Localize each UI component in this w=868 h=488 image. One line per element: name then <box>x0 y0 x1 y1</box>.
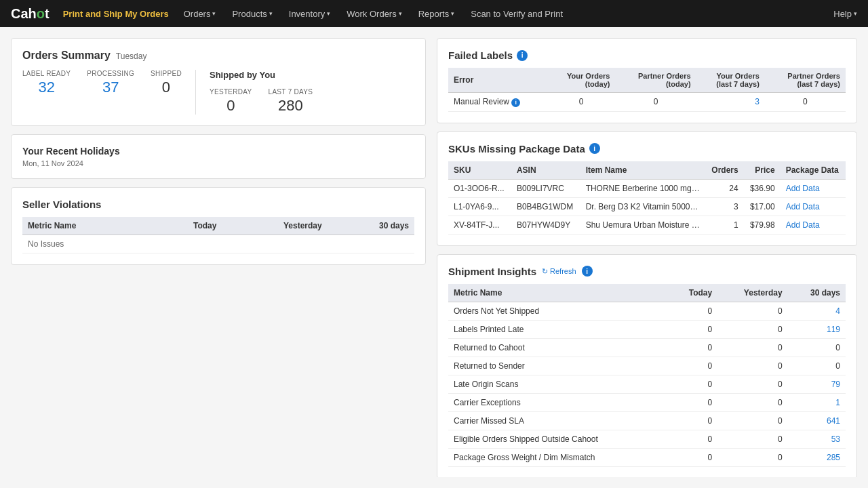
sku-cell: O1-3OO6-R... <box>448 179 511 197</box>
col-partner-orders-7: Partner Orders(last 7 days) <box>765 68 846 93</box>
logo: Cahot <box>11 6 50 22</box>
shipped-metrics: YESTERDAY 0 LAST 7 DAYS 280 <box>210 88 313 115</box>
info-icon[interactable]: i <box>517 50 528 61</box>
today-cell: 0 <box>669 448 717 466</box>
refresh-button[interactable]: ↻ Refresh <box>542 267 576 276</box>
days30-cell[interactable]: 53 <box>788 430 846 448</box>
chevron-down-icon: ▾ <box>212 10 216 17</box>
info-icon[interactable]: i <box>582 266 593 277</box>
failed-labels-card: Failed Labels i Error Your Orders(today)… <box>437 38 857 123</box>
days30-link[interactable]: 641 <box>827 416 840 426</box>
asin-cell: B009LI7VRC <box>511 179 580 197</box>
table-row: Package Gross Weight / Dim Mismatch 0 0 … <box>448 448 846 466</box>
left-panel: Orders Summary Tuesday LABEL READY 32 PR… <box>11 38 434 477</box>
yesterday-cell: 0 <box>717 357 787 375</box>
yesterday-cell: 0 <box>717 375 787 393</box>
add-data-link[interactable]: Add Data <box>781 179 846 197</box>
nav-item-reports[interactable]: Reports ▾ <box>412 9 462 19</box>
orders-metrics-section: LABEL READY 32 PROCESSING 37 SHIPPED 0 <box>22 70 182 115</box>
nav-item-scan-verify[interactable]: Scan to Verify and Print <box>464 9 570 19</box>
col-item-name: Item Name <box>580 161 705 180</box>
nav-item-inventory[interactable]: Inventory ▾ <box>282 9 337 19</box>
sku-cell: L1-0YA6-9... <box>448 197 511 216</box>
holidays-title: Your Recent Holidays <box>22 146 414 157</box>
orders-summary-grid: LABEL READY 32 PROCESSING 37 SHIPPED 0 <box>22 70 414 115</box>
logo-o: o <box>37 6 45 21</box>
today-cell: 0 <box>669 338 717 357</box>
days30-link[interactable]: 79 <box>831 380 840 389</box>
days30-cell: 0 <box>788 338 846 357</box>
price-cell: $36.90 <box>744 179 781 197</box>
orders-cell: 24 <box>705 179 744 197</box>
days30-cell[interactable]: 4 <box>788 302 846 320</box>
col-sku: SKU <box>448 161 511 180</box>
days30-cell[interactable]: 1 <box>788 393 846 411</box>
col-asin: ASIN <box>511 161 580 180</box>
days30-link[interactable]: 53 <box>831 434 840 444</box>
asin-cell: B0B4BG1WDM <box>511 197 580 216</box>
price-cell: $17.00 <box>744 197 781 216</box>
chevron-down-icon: ▾ <box>399 10 402 17</box>
table-row: No Issues <box>22 235 414 253</box>
today-cell: 0 <box>669 430 717 448</box>
metric-name-cell: Eligible Orders Shipped Outside Cahoot <box>448 430 669 448</box>
col-your-orders-7: Your Orders(last 7 days) <box>696 68 765 93</box>
days30-link[interactable]: 285 <box>827 453 840 462</box>
table-row: Labels Printed Late 0 0 119 <box>448 320 846 338</box>
item-name-cell: Shu Uemura Urban Moisture Shampoo 3... <box>580 216 705 234</box>
days30-cell[interactable]: 285 <box>788 448 846 466</box>
skus-missing-card: SKUs Missing Package Data i SKU ASIN Ite… <box>437 131 857 246</box>
days30-cell[interactable]: 119 <box>788 320 846 338</box>
days30-cell[interactable]: 79 <box>788 375 846 393</box>
nav-item-orders[interactable]: Orders ▾ <box>177 9 223 19</box>
metric-name-cell: Late Origin Scans <box>448 375 669 393</box>
table-row: Late Origin Scans 0 0 79 <box>448 375 846 393</box>
orders-metrics: LABEL READY 32 PROCESSING 37 SHIPPED 0 <box>22 70 182 96</box>
main-layout: Orders Summary Tuesday LABEL READY 32 PR… <box>0 27 868 488</box>
skus-missing-title: SKUs Missing Package Data <box>448 143 585 155</box>
table-row: Returned to Cahoot 0 0 0 <box>448 338 846 357</box>
metric-name-cell: Carrier Missed SLA <box>448 411 669 430</box>
your-orders-7-val[interactable]: 3 <box>696 93 765 112</box>
table-row: O1-3OO6-R... B009LI7VRC THORNE Berberine… <box>448 179 846 197</box>
holidays-card: Your Recent Holidays Mon, 11 Nov 2024 <box>11 134 426 179</box>
add-data-link[interactable]: Add Data <box>781 216 846 234</box>
nav-item-work-orders[interactable]: Work Orders ▾ <box>340 9 408 19</box>
col-orders: Orders <box>705 161 744 180</box>
days30-link[interactable]: 1 <box>835 398 840 407</box>
info-icon[interactable]: i <box>589 143 600 154</box>
today-cell: 0 <box>669 357 717 375</box>
nav-active-item[interactable]: Print and Ship My Orders <box>63 9 169 19</box>
yesterday-cell: 0 <box>717 302 787 320</box>
chevron-down-icon: ▾ <box>327 10 330 17</box>
holidays-date: Mon, 11 Nov 2024 <box>22 159 414 167</box>
orders-summary-day: Tuesday <box>116 52 147 61</box>
item-name-cell: Dr. Berg D3 K2 Vitamin 5000 IU w/MC... <box>580 197 705 216</box>
your-orders-today-val: 0 <box>547 93 615 112</box>
seller-violations-title: Seller Violations <box>22 199 414 210</box>
days30-link[interactable]: 4 <box>835 306 840 316</box>
col-30days: 30 days <box>788 284 846 302</box>
col-30days: 30 days <box>328 217 414 235</box>
shipment-insights-table: Metric Name Today Yesterday 30 days Orde… <box>448 284 846 467</box>
nav-item-products[interactable]: Products ▾ <box>225 9 279 19</box>
help-menu[interactable]: Help ▾ <box>833 9 857 19</box>
metric-yesterday: YESTERDAY 0 <box>210 88 252 115</box>
days30-cell[interactable]: 641 <box>788 411 846 430</box>
manual-review-info-icon[interactable]: i <box>511 98 520 107</box>
metric-name-cell: Carrier Exceptions <box>448 393 669 411</box>
add-data-link[interactable]: Add Data <box>781 197 846 216</box>
yesterday-cell: 0 <box>717 320 787 338</box>
orders-summary-header: Orders Summary Tuesday <box>22 49 414 62</box>
yesterday-cell: 0 <box>717 430 787 448</box>
table-row: XV-84TF-J... B07HYW4D9Y Shu Uemura Urban… <box>448 216 846 234</box>
chevron-down-icon: ▾ <box>269 10 273 17</box>
seller-violations-card: Seller Violations Metric Name Today Yest… <box>11 187 426 265</box>
orders-cell: 3 <box>705 197 744 216</box>
error-manual-review: Manual Review i <box>448 93 547 112</box>
days30-link[interactable]: 119 <box>827 325 840 334</box>
vertical-divider <box>195 70 196 115</box>
col-package-data: Package Data <box>781 161 846 180</box>
partner-orders-today-val: 0 <box>615 93 696 112</box>
failed-labels-header: Failed Labels i <box>448 49 846 61</box>
